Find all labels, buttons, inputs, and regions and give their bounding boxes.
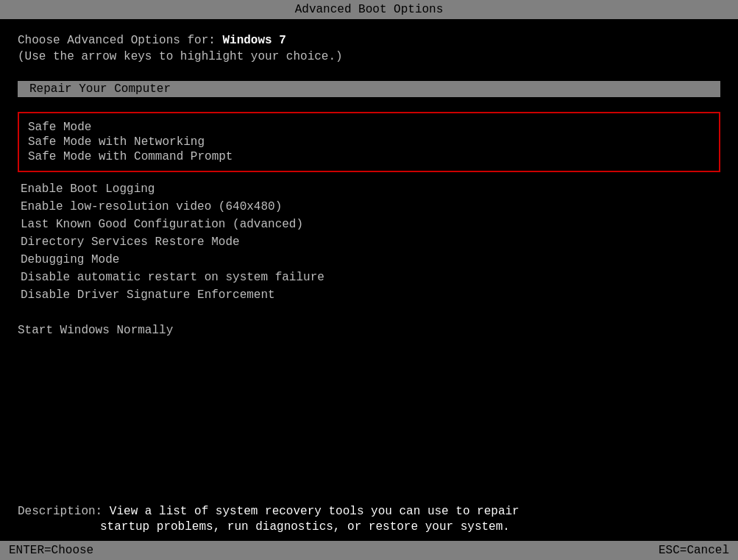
start-windows-normally[interactable]: Start Windows Normally xyxy=(18,324,720,337)
repair-your-computer[interactable]: Repair Your Computer xyxy=(18,81,720,97)
menu-item-4[interactable]: Debugging Mode xyxy=(21,253,720,266)
main-content: Choose Advanced Options for: Windows 7 (… xyxy=(0,19,738,541)
menu-item-0[interactable]: Enable Boot Logging xyxy=(21,182,720,196)
safe-mode-item-3[interactable]: Safe Mode with Command Prompt xyxy=(28,150,710,163)
choose-prefix: Choose Advanced Options for: xyxy=(18,34,222,47)
menu-item-2[interactable]: Last Known Good Configuration (advanced) xyxy=(21,218,720,231)
safe-mode-item-1[interactable]: Safe Mode xyxy=(28,121,710,134)
menu-item-5[interactable]: Disable automatic restart on system fail… xyxy=(21,271,720,284)
description-prefix: Description: xyxy=(18,505,110,518)
title-bar: Advanced Boot Options xyxy=(0,0,738,19)
description-line1: Description: View a list of system recov… xyxy=(18,503,720,520)
description-text1: View a list of system recovery tools you… xyxy=(110,505,519,518)
hint-line: (Use the arrow keys to highlight your ch… xyxy=(18,50,720,63)
description-section: Description: View a list of system recov… xyxy=(18,503,720,534)
choose-line: Choose Advanced Options for: Windows 7 xyxy=(18,34,720,47)
safe-mode-box: Safe Mode Safe Mode with Networking Safe… xyxy=(18,112,720,172)
title-text: Advanced Boot Options xyxy=(295,3,444,16)
description-line2: startup problems, run diagnostics, or re… xyxy=(18,520,720,534)
os-name: Windows 7 xyxy=(222,34,285,47)
menu-item-3[interactable]: Directory Services Restore Mode xyxy=(21,235,720,249)
enter-choose: ENTER=Choose xyxy=(9,544,93,557)
menu-item-6[interactable]: Disable Driver Signature Enforcement xyxy=(21,288,720,302)
safe-mode-item-2[interactable]: Safe Mode with Networking xyxy=(28,135,710,149)
esc-cancel: ESC=Cancel xyxy=(659,544,729,557)
menu-list: Enable Boot Logging Enable low-resolutio… xyxy=(18,178,720,306)
menu-item-1[interactable]: Enable low-resolution video (640x480) xyxy=(21,200,720,213)
bottom-bar: ENTER=Choose ESC=Cancel xyxy=(0,541,738,560)
